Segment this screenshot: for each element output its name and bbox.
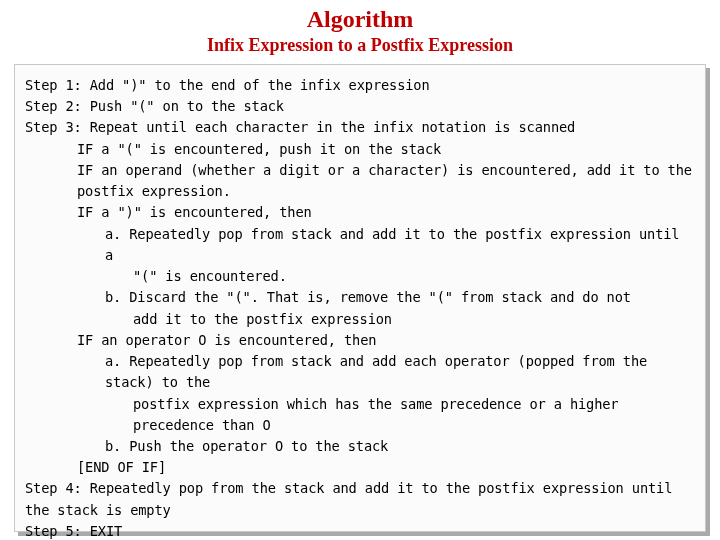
step-3-if-open-paren: IF a "(" is encountered, push it on the … (25, 139, 695, 160)
step-3-close-b-line1: b. Discard the "(". That is, remove the … (25, 287, 695, 308)
step-3-end-if: [END OF IF] (25, 457, 695, 478)
step-3-if-close-paren: IF a ")" is encountered, then (25, 202, 695, 223)
step-1: Step 1: Add ")" to the end of the infix … (25, 75, 695, 96)
step-4: Step 4: Repeatedly pop from the stack an… (25, 478, 695, 520)
step-3-if-operand-line2: postfix expression. (25, 181, 695, 202)
step-3-op-a-line2: postfix expression which has the same pr… (25, 394, 695, 436)
title-block: Algorithm Infix Expression to a Postfix … (0, 0, 720, 56)
step-3-if-operator: IF an operator O is encountered, then (25, 330, 695, 351)
step-3-op-a-line1: a. Repeatedly pop from stack and add eac… (25, 351, 695, 393)
step-3-close-b-line2: add it to the postfix expression (25, 309, 695, 330)
step-5: Step 5: EXIT (25, 521, 695, 540)
step-2: Step 2: Push "(" on to the stack (25, 96, 695, 117)
algorithm-text: Step 1: Add ")" to the end of the infix … (25, 75, 695, 540)
step-3-op-b: b. Push the operator O to the stack (25, 436, 695, 457)
main-title: Algorithm (0, 6, 720, 33)
step-3-close-a-line2: "(" is encountered. (25, 266, 695, 287)
subtitle: Infix Expression to a Postfix Expression (0, 35, 720, 56)
algorithm-box: Step 1: Add ")" to the end of the infix … (14, 64, 706, 532)
step-3-if-operand-line1: IF an operand (whether a digit or a char… (25, 160, 695, 181)
step-3-close-a-line1: a. Repeatedly pop from stack and add it … (25, 224, 695, 266)
step-3: Step 3: Repeat until each character in t… (25, 117, 695, 138)
